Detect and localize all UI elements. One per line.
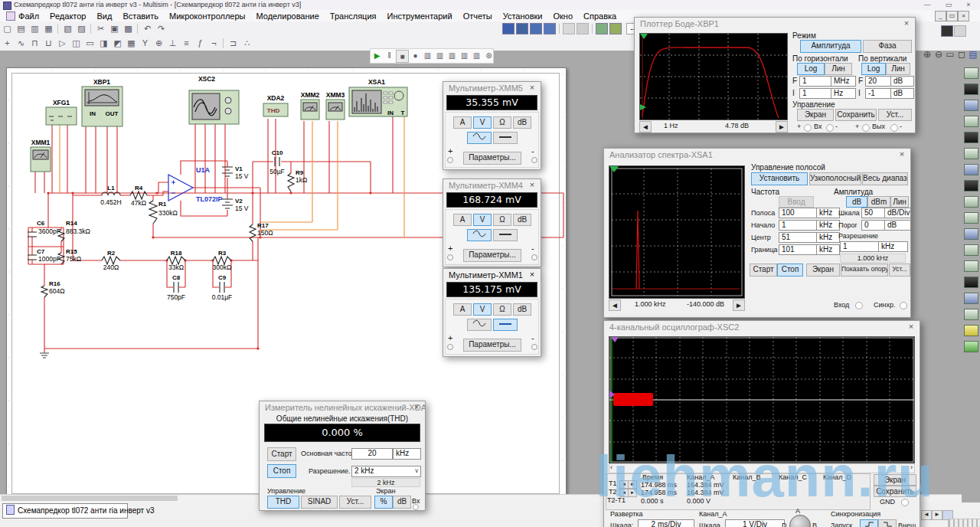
instrument-palette-icon[interactable]: [964, 244, 978, 256]
volt-button[interactable]: V: [473, 303, 492, 316]
v-final-unit[interactable]: dB: [890, 76, 914, 87]
in-minus-terminal[interactable]: [826, 124, 834, 132]
place-electromech-icon[interactable]: ƒ: [194, 37, 207, 49]
v-lin-button[interactable]: Лин: [886, 63, 910, 75]
place-indicator-icon[interactable]: ▦: [125, 37, 138, 49]
place-transistor-icon[interactable]: ⊔: [42, 37, 55, 49]
close-icon[interactable]: ×: [527, 270, 537, 279]
run-to-cursor-icon[interactable]: ▥: [459, 50, 470, 61]
timebase-scale-value[interactable]: 2 ms/Div: [638, 519, 694, 527]
ampere-button[interactable]: A: [453, 116, 472, 129]
parameters-button[interactable]: Параметры...: [463, 339, 521, 352]
menu-transfer[interactable]: Трансляция: [325, 11, 382, 22]
menu-reports[interactable]: Отчеты: [458, 11, 498, 22]
pause-icon[interactable]: ‖: [384, 50, 395, 61]
cursor-left-button[interactable]: ◄: [609, 300, 621, 311]
dc-mode-button[interactable]: [493, 319, 518, 331]
db-button[interactable]: dB: [513, 214, 531, 226]
save-icon[interactable]: ▦: [42, 22, 55, 34]
scrollbar-thumb[interactable]: [2, 496, 178, 501]
instrument-palette-icon[interactable]: [964, 212, 978, 224]
instrument-palette-icon[interactable]: [964, 164, 978, 175]
h-final-unit[interactable]: MHz: [831, 76, 856, 87]
minus-terminal[interactable]: [531, 344, 537, 350]
range-value[interactable]: 0: [861, 220, 887, 231]
t2-right-button[interactable]: ►: [628, 489, 637, 497]
out-plus-terminal[interactable]: [862, 124, 870, 132]
cursor-right-button[interactable]: ►: [733, 300, 745, 311]
new-icon[interactable]: ▢: [1, 22, 14, 34]
gnd-terminal[interactable]: [901, 499, 909, 506]
mdi-minimize-icon[interactable]: _: [935, 11, 946, 21]
stop-button[interactable]: Стоп: [777, 264, 803, 277]
instrument-palette-icon[interactable]: [964, 116, 978, 127]
close-icon[interactable]: ×: [901, 18, 912, 28]
mdi-close-icon[interactable]: ×: [958, 11, 969, 21]
project-bar2-icon[interactable]: [954, 25, 966, 37]
volt-button[interactable]: V: [473, 214, 492, 226]
menu-file[interactable]: Файл: [0, 10, 44, 22]
menu-help[interactable]: Справка: [578, 11, 622, 22]
scroll-right-icon[interactable]: ›: [910, 463, 913, 471]
instrument-palette-icon[interactable]: [964, 83, 978, 95]
hierarchy-icon[interactable]: [596, 23, 608, 34]
place-misc-icon[interactable]: ⊕: [152, 37, 165, 49]
multimeter-xmm4-window[interactable]: Мультиметр-XMM4 × 168.724 mV A V Ω dB + …: [443, 178, 541, 267]
v-final-value[interactable]: 20: [865, 76, 892, 87]
save-button[interactable]: Сохранить: [874, 486, 916, 497]
v-initial-unit[interactable]: dB: [890, 88, 914, 99]
close-icon[interactable]: ×: [411, 402, 422, 411]
h-lin-button[interactable]: Лин: [825, 63, 852, 75]
current-probe-icon[interactable]: [964, 341, 978, 352]
pause-at-icon[interactable]: ⊛: [483, 50, 495, 61]
fullscreen-icon[interactable]: ▤: [968, 48, 978, 61]
db-button[interactable]: dB: [393, 496, 411, 509]
instrument-palette-icon[interactable]: [964, 260, 978, 272]
volt-button[interactable]: V: [473, 116, 492, 129]
place-cmos-icon[interactable]: ▭: [83, 37, 96, 49]
parameters-button[interactable]: Параметры...: [463, 249, 521, 262]
phase-button[interactable]: Фаза: [863, 40, 912, 53]
bode-plotter-window[interactable]: Плоттер Боде-XBP1 × ◄ 1 Hz 4.78 dB ► Реж…: [634, 17, 916, 133]
dc-mode-button[interactable]: [493, 229, 518, 241]
sinad-button[interactable]: SINAD: [301, 496, 338, 509]
maximize-icon[interactable]: ▭: [940, 0, 957, 10]
stop-icon[interactable]: ■: [396, 50, 409, 63]
range-unit[interactable]: dB: [884, 220, 911, 231]
close-icon[interactable]: ×: [960, 0, 977, 10]
place-advanced-icon[interactable]: ⊥: [166, 37, 179, 49]
input-terminal[interactable]: [413, 504, 419, 510]
span-unit[interactable]: kHz: [816, 208, 840, 218]
scale-value[interactable]: 50: [861, 208, 887, 218]
breakpoint-icon[interactable]: ▥: [471, 50, 482, 61]
thd-button[interactable]: THD: [267, 496, 299, 509]
place-power-icon[interactable]: Y: [139, 37, 152, 49]
bus-icon[interactable]: [609, 23, 622, 34]
instrument-palette-icon[interactable]: [964, 100, 978, 111]
redo-icon[interactable]: ↷: [155, 22, 168, 34]
h-initial-unit[interactable]: Hz: [831, 88, 856, 99]
database-icon[interactable]: [530, 23, 542, 34]
full-span-button[interactable]: Весь диапазон: [862, 172, 908, 185]
open-sample-icon[interactable]: ▥: [28, 22, 41, 34]
db-button[interactable]: dB: [513, 116, 531, 129]
menu-options[interactable]: Установки: [498, 11, 548, 22]
step-over-icon[interactable]: ▥: [434, 50, 446, 61]
t1-right-button[interactable]: ►: [628, 480, 637, 489]
v-initial-value[interactable]: -1: [865, 88, 892, 99]
cursor-left-button[interactable]: ◄: [639, 121, 652, 133]
place-diode-icon[interactable]: ⊓: [28, 37, 41, 49]
paste-icon[interactable]: ▩: [122, 22, 135, 34]
channel-a-scale-value[interactable]: 1 V/Div: [725, 519, 785, 527]
start-button[interactable]: Старт: [750, 264, 777, 277]
place-ncs-icon[interactable]: ¬: [207, 37, 220, 49]
step-out-icon[interactable]: ▥: [446, 50, 458, 61]
scope-scrollbar[interactable]: ‹ ›: [609, 463, 915, 473]
place-ttl-icon[interactable]: ◫: [70, 37, 83, 49]
spreadsheet-icon[interactable]: [516, 23, 528, 34]
cursor-right-button[interactable]: ►: [776, 121, 788, 133]
menu-view[interactable]: Вид: [91, 11, 117, 22]
save-button[interactable]: Сохранить: [835, 109, 877, 121]
out-minus-terminal[interactable]: [890, 124, 898, 132]
place-analog-icon[interactable]: ▷: [56, 37, 69, 49]
